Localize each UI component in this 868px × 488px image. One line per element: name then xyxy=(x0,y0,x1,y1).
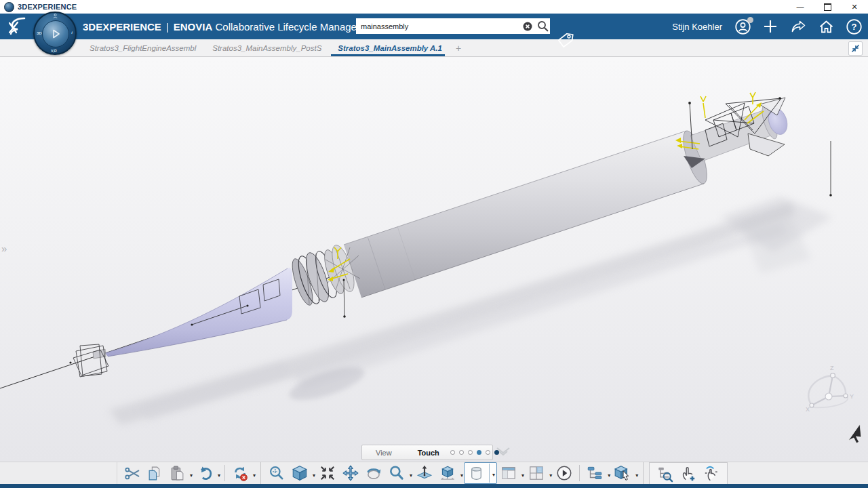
touch-mode-label[interactable]: Touch xyxy=(418,449,439,457)
search-input[interactable] xyxy=(356,18,520,34)
add-touch-button[interactable] xyxy=(677,464,699,483)
tab-flight-engine-assembly[interactable]: Stratos3_FlightEngineAssembl xyxy=(81,39,204,56)
pager-dot[interactable] xyxy=(486,450,490,455)
pager-dot[interactable] xyxy=(494,450,499,455)
pan-button[interactable] xyxy=(340,464,361,483)
zoom-area-button[interactable] xyxy=(266,464,288,483)
help-button[interactable]: ? xyxy=(845,18,863,35)
quad-view-button[interactable] xyxy=(526,464,547,483)
render-style-dropdown-caret[interactable]: ▾ xyxy=(492,472,495,478)
action-toolbar: ▾ ▾ ▾ ▾ xyxy=(0,462,868,484)
toolbar-touch-group xyxy=(649,462,728,484)
fit-all-button[interactable] xyxy=(317,464,338,483)
rotate-button[interactable] xyxy=(363,464,384,483)
tab-main-assembly-active[interactable]: Stratos3_MainAssembly A.1 xyxy=(330,39,450,56)
app-title: 3DEXPERIENCE|ENOVIA Collaborative Lifecy… xyxy=(83,21,379,33)
notification-badge xyxy=(747,17,753,23)
window-layout-button[interactable] xyxy=(498,464,519,483)
iso-view-dropdown-caret[interactable]: ▾ xyxy=(313,472,315,479)
compass-north-icon[interactable] xyxy=(53,14,58,20)
3dcompass-widget[interactable]: 3D i V,R xyxy=(33,12,77,55)
toolbar-edit-group: ▾ ▾ ▾ xyxy=(117,462,261,484)
compass-west-label[interactable]: 3D xyxy=(37,31,42,35)
tag-icon[interactable] xyxy=(556,31,574,49)
rocket-3d-model[interactable]: X Y Z xyxy=(0,57,868,462)
copy-button[interactable] xyxy=(144,464,165,483)
new-tab-button[interactable]: + xyxy=(450,39,467,56)
add-content-button[interactable] xyxy=(762,18,779,35)
svg-text:Y: Y xyxy=(850,393,854,400)
collapse-fullscreen-button[interactable] xyxy=(848,41,863,56)
tab-main-assembly-post[interactable]: Stratos3_MainAssembly_PostS xyxy=(204,39,330,56)
expand-tree-dropdown-caret[interactable]: ▾ xyxy=(608,472,610,479)
view-triad-widget[interactable]: X Y Z xyxy=(806,365,854,413)
app-bar: 3DEXPERIENCE|ENOVIA Collaborative Lifecy… xyxy=(0,14,868,39)
compass-east-label[interactable]: i xyxy=(71,30,73,35)
paste-dropdown-caret[interactable]: ▾ xyxy=(190,472,193,479)
application-window: 3DEXPERIENCE — ✕ 3DEXPERIENCE|ENOVIA Col… xyxy=(0,0,868,488)
maximize-icon xyxy=(824,3,831,11)
undo-button[interactable] xyxy=(194,464,216,483)
window-layout-dropdown-caret[interactable]: ▾ xyxy=(521,472,524,479)
svg-text:?: ? xyxy=(851,22,856,32)
window-controls: — ✕ xyxy=(787,0,868,14)
ground-shadow-button[interactable] xyxy=(437,464,458,483)
dassault-3ds-logo-icon[interactable] xyxy=(5,16,34,37)
more-commands-button[interactable] xyxy=(553,464,575,483)
search-icon[interactable] xyxy=(535,18,550,34)
compass-play-button[interactable] xyxy=(42,20,69,47)
zoom-dropdown-caret[interactable]: ▾ xyxy=(410,472,412,479)
tabs: Stratos3_FlightEngineAssembl Stratos3_Ma… xyxy=(81,39,467,56)
nose-cone[interactable] xyxy=(93,268,292,359)
view-mode-label[interactable]: View xyxy=(376,449,392,457)
paste-button[interactable] xyxy=(167,464,188,483)
3d-viewport[interactable]: » xyxy=(0,57,868,462)
close-button[interactable]: ✕ xyxy=(841,0,868,14)
separator xyxy=(489,464,490,483)
compass-south-label[interactable]: V,R xyxy=(51,49,57,53)
maximize-button[interactable] xyxy=(814,0,841,14)
separator xyxy=(579,465,580,481)
cut-button[interactable] xyxy=(122,464,143,483)
pager-dot[interactable] xyxy=(477,450,481,455)
update-dropdown-caret[interactable]: ▾ xyxy=(253,472,256,479)
separator xyxy=(224,465,225,481)
svg-text:Z: Z xyxy=(830,365,834,371)
pager-dot[interactable] xyxy=(450,450,455,455)
nose-wireframe-box xyxy=(69,344,108,377)
pager-dot[interactable] xyxy=(468,450,473,455)
search-in-tree-button[interactable] xyxy=(654,464,676,483)
undo-dropdown-caret[interactable]: ▾ xyxy=(218,472,220,479)
render-style-selected-group: ▾ xyxy=(464,462,497,484)
appbar-right-cluster: Stijn Koehler ? xyxy=(672,14,863,39)
zoom-button[interactable] xyxy=(386,464,408,483)
iso-view-button[interactable] xyxy=(289,464,311,483)
product-suffix: Collaborative Lifecycle Management xyxy=(215,21,379,33)
quad-view-dropdown-caret[interactable]: ▾ xyxy=(549,472,552,479)
share-button[interactable] xyxy=(789,18,807,35)
render-style-button[interactable] xyxy=(466,464,487,483)
avatar[interactable] xyxy=(734,18,751,35)
minimize-button[interactable]: — xyxy=(787,0,814,14)
window-titlebar: 3DEXPERIENCE — ✕ xyxy=(0,0,868,14)
app-orb-icon xyxy=(4,2,14,12)
update-button[interactable] xyxy=(229,464,251,483)
search-box xyxy=(356,18,550,34)
title-divider: | xyxy=(166,21,169,33)
toolbar-pager-dots xyxy=(450,450,499,455)
toolbar-view-group: ▾ ▾ ▾ xyxy=(261,462,644,484)
home-button[interactable] xyxy=(817,18,835,35)
select-in-3d-button[interactable] xyxy=(612,464,633,483)
clear-search-icon[interactable] xyxy=(520,18,535,34)
expand-tree-button[interactable] xyxy=(584,464,606,483)
product-name: ENOVIA xyxy=(174,21,213,33)
select-in-3d-dropdown-caret[interactable]: ▾ xyxy=(635,472,638,479)
user-name[interactable]: Stijn Koehler xyxy=(672,22,722,32)
svg-text:X: X xyxy=(806,406,810,413)
content-tab-bar: Stratos3_FlightEngineAssembl Stratos3_Ma… xyxy=(0,39,868,57)
pager-dot[interactable] xyxy=(459,450,464,455)
ground-shadow-dropdown-caret[interactable]: ▾ xyxy=(460,472,463,479)
touch-gestures-button[interactable] xyxy=(701,464,722,483)
normal-to-button[interactable] xyxy=(414,464,435,483)
bottom-accent-strip xyxy=(0,483,868,488)
